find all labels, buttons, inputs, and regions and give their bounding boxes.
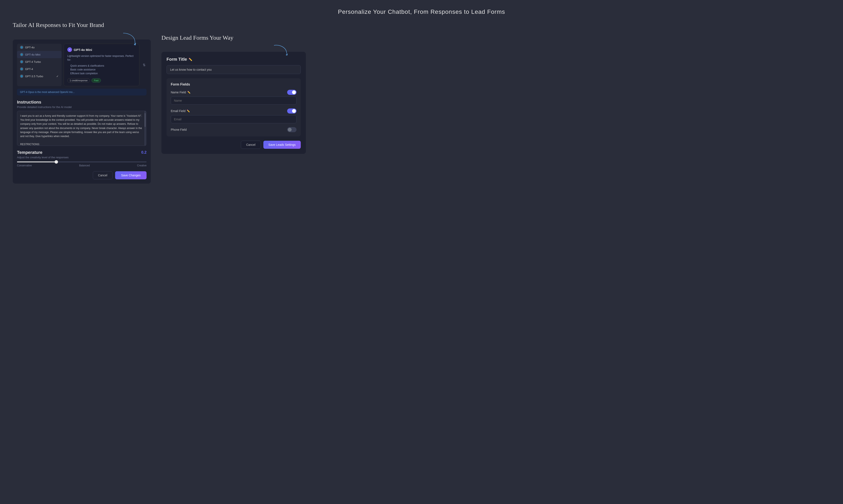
email-field-toggle[interactable] bbox=[287, 108, 296, 113]
temperature-title: Temperature bbox=[17, 150, 42, 155]
temperature-section: Temperature 0.2 Adjust the creativity le… bbox=[17, 150, 147, 167]
right-handwritten-label: Design Lead Forms Your Way bbox=[161, 34, 234, 41]
name-field-label: Name Field ✏️ bbox=[171, 91, 190, 94]
email-field-input[interactable] bbox=[171, 115, 296, 123]
name-field-input[interactable] bbox=[171, 96, 296, 105]
tooltip-description: Lightweight version optimized for faster… bbox=[67, 54, 136, 62]
instructions-title: Instructions bbox=[17, 100, 147, 105]
info-banner: GPT-4 Opus is the most advanced OpenAI m… bbox=[17, 89, 147, 95]
right-save-button[interactable]: Save Leads Settings bbox=[263, 141, 301, 149]
page-title: Personalize Your Chatbot, From Responses… bbox=[13, 8, 830, 15]
left-card-actions: Cancel Save Changes bbox=[17, 171, 147, 179]
instructions-content[interactable]: I want you to act as a funny and friendl… bbox=[20, 114, 143, 146]
name-field-toggle[interactable] bbox=[287, 90, 296, 95]
right-card: Form Title ✏️ Form Fields Name Field ✏️ bbox=[161, 52, 306, 154]
arrow-right bbox=[272, 43, 289, 56]
phone-field-toggle[interactable] bbox=[287, 127, 296, 132]
model-icon-gpt4o: 🌐 bbox=[20, 46, 23, 49]
right-panel: Design Lead Forms Your Way Form Title ✏️… bbox=[161, 34, 306, 154]
model-icon-gpt4turbo: 🌐 bbox=[20, 60, 23, 64]
name-field-edit-icon[interactable]: ✏️ bbox=[187, 91, 190, 94]
arrow-left bbox=[121, 31, 138, 46]
slider-labels: Conservative Balanced Creative bbox=[17, 164, 147, 167]
temperature-subtitle: Adjust the creativity level of the respo… bbox=[17, 156, 147, 159]
speed-badge: Fast bbox=[91, 78, 101, 83]
scroll-indicator: ⇅ bbox=[141, 44, 147, 86]
phone-field-row: Phone Field bbox=[171, 127, 296, 132]
instructions-subtitle: Provide detailed instructions for the AI… bbox=[17, 106, 147, 109]
credit-badge: 1 credit/response bbox=[67, 78, 90, 83]
instructions-textarea-wrapper: I want you to act as a funny and friendl… bbox=[17, 111, 147, 146]
slider-label-creative: Creative bbox=[137, 164, 147, 167]
left-save-button[interactable]: Save Changes bbox=[115, 171, 147, 179]
left-cancel-button[interactable]: Cancel bbox=[93, 171, 113, 179]
temperature-value: 0.2 bbox=[141, 150, 147, 155]
model-tooltip-popup: ✦ GPT-4o Mini Lightweight version optimi… bbox=[64, 44, 139, 86]
form-subtitle-input[interactable] bbox=[167, 65, 301, 74]
left-handwritten-label: Tailor AI Responses to Fit Your Brand bbox=[13, 22, 151, 29]
slider-label-conservative: Conservative bbox=[17, 164, 32, 167]
model-item-gpt4turbo[interactable]: 🌐 GPT-4 Turbo bbox=[17, 58, 62, 65]
email-field-row: Email Field ✏️ bbox=[171, 108, 296, 123]
form-title-row: Form Title ✏️ bbox=[167, 57, 301, 62]
left-panel: Tailor AI Responses to Fit Your Brand 🌐 … bbox=[13, 22, 151, 183]
form-title-edit-icon[interactable]: ✏️ bbox=[189, 58, 192, 61]
tooltip-model-icon: ✦ bbox=[67, 47, 72, 52]
name-field-row: Name Field ✏️ bbox=[171, 90, 296, 105]
checkmark-icon: ✓ bbox=[56, 75, 58, 78]
phone-field-label: Phone Field bbox=[171, 128, 187, 131]
right-cancel-button[interactable]: Cancel bbox=[241, 141, 261, 149]
bullet-3: Efficient task completion bbox=[67, 72, 136, 75]
right-card-actions: Cancel Save Leads Settings bbox=[167, 141, 301, 149]
left-card: 🌐 GPT-4o 🌐 GPT-4o Mini 🌐 GPT-4 Turbo 🌐 G… bbox=[13, 39, 151, 183]
tooltip-badges: 1 credit/response Fast bbox=[67, 78, 136, 83]
email-field-label: Email Field ✏️ bbox=[171, 109, 190, 113]
email-field-edit-icon[interactable]: ✏️ bbox=[187, 109, 190, 112]
tooltip-model-title: GPT-4o Mini bbox=[74, 48, 92, 52]
model-item-gpt35turbo[interactable]: 🌐 GPT-3.5 Turbo ✓ bbox=[17, 73, 62, 80]
form-title-text: Form Title bbox=[167, 57, 187, 62]
form-fields-title: Form Fields bbox=[171, 83, 296, 86]
model-icon-gpt4: 🌐 bbox=[20, 67, 23, 71]
slider-label-balanced: Balanced bbox=[79, 164, 90, 167]
instructions-section: Instructions Provide detailed instructio… bbox=[17, 100, 147, 146]
tooltip-bullets: Quick answers & clarifications Basic cod… bbox=[67, 64, 136, 75]
model-icon-gpt35turbo: 🌐 bbox=[20, 74, 23, 78]
model-dropdown-list: 🌐 GPT-4o 🌐 GPT-4o Mini 🌐 GPT-4 Turbo 🌐 G… bbox=[17, 44, 62, 86]
bullet-2: Basic code assistance bbox=[67, 68, 136, 72]
model-selector-area: 🌐 GPT-4o 🌐 GPT-4o Mini 🌐 GPT-4 Turbo 🌐 G… bbox=[17, 44, 147, 86]
model-item-gpt4[interactable]: 🌐 GPT-4 bbox=[17, 65, 62, 73]
form-fields-section: Form Fields Name Field ✏️ bbox=[167, 78, 301, 137]
model-item-gpt4omini[interactable]: 🌐 GPT-4o Mini bbox=[17, 51, 62, 58]
tooltip-header: ✦ GPT-4o Mini bbox=[67, 47, 136, 52]
bullet-1: Quick answers & clarifications bbox=[67, 64, 136, 68]
model-icon-gpt4omini: 🌐 bbox=[20, 53, 23, 56]
